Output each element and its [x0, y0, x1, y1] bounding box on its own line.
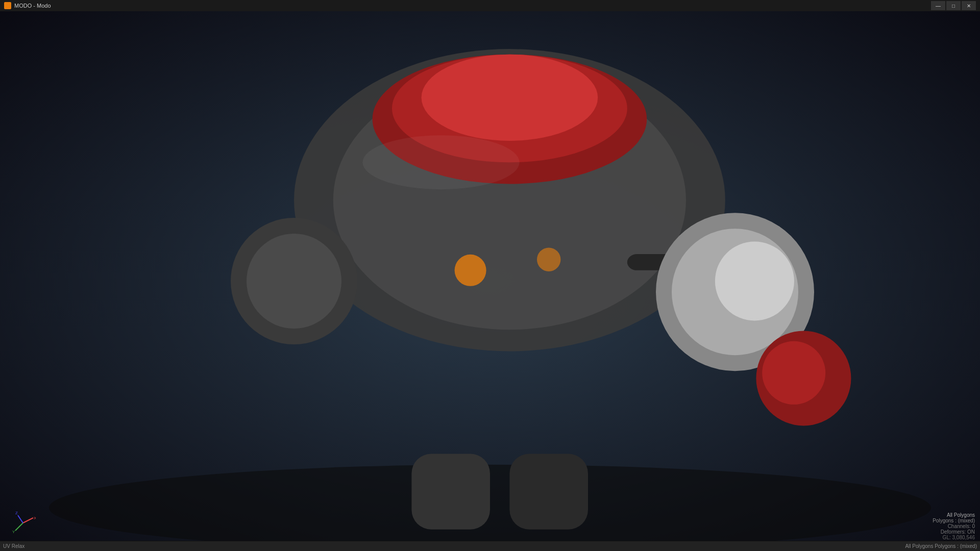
- scene-3d[interactable]: All Polygons Polygons : (mixed) Channels…: [0, 11, 980, 551]
- svg-point-34: [247, 234, 341, 329]
- viewports: Options... UV: Texture2 ⊡ 🔍 ⊞ ▶: [69, 52, 873, 551]
- svg-text:X: X: [34, 516, 36, 520]
- minimize-button[interactable]: —: [931, 1, 945, 10]
- app-icon: [4, 2, 11, 9]
- viewport-panel: Perspective Advanced Ray GL: Off Viewpor…: [416, 52, 873, 551]
- deformers-label: Deformers: ON: [933, 529, 975, 535]
- all-polygons-label: All Polygons: [933, 512, 975, 518]
- svg-point-43: [537, 247, 561, 271]
- svg-text:Y: Y: [12, 530, 15, 534]
- svg-text:Z: Z: [15, 511, 18, 515]
- svg-line-45: [23, 518, 33, 523]
- maximize-button[interactable]: □: [946, 1, 961, 10]
- gl-info-label: GL: 3,080,546: [933, 535, 975, 540]
- axis-gizmo: X Y Z: [10, 510, 36, 536]
- svg-point-37: [715, 241, 794, 320]
- svg-rect-39: [509, 454, 588, 530]
- viewport-bottom-status: UV Relax All Polygons Polygons : (mixed): [0, 541, 980, 551]
- viewport-relax-label: UV Relax: [3, 543, 24, 549]
- app-title: MODO - Modo: [14, 3, 51, 9]
- viewport-poly-label: All Polygons Polygons : (mixed): [905, 543, 977, 549]
- scene-svg: [0, 11, 980, 551]
- channels-label: Channels: 0: [933, 523, 975, 529]
- svg-line-47: [18, 515, 23, 523]
- main-area: Map: Texture2 Map: Texture 📌 Tool Proper…: [0, 52, 980, 551]
- titlebar-left: MODO - Modo: [4, 2, 51, 9]
- svg-point-30: [422, 55, 598, 141]
- close-button[interactable]: ✕: [962, 1, 976, 10]
- svg-point-42: [455, 255, 486, 286]
- svg-point-41: [762, 341, 825, 405]
- titlebar-controls: — □ ✕: [931, 1, 976, 10]
- titlebar: MODO - Modo — □ ✕: [0, 0, 980, 11]
- svg-point-44: [362, 135, 519, 189]
- polygons-mixed-label: Polygons : (mixed): [933, 518, 975, 523]
- svg-line-46: [15, 523, 23, 531]
- svg-rect-38: [411, 454, 490, 530]
